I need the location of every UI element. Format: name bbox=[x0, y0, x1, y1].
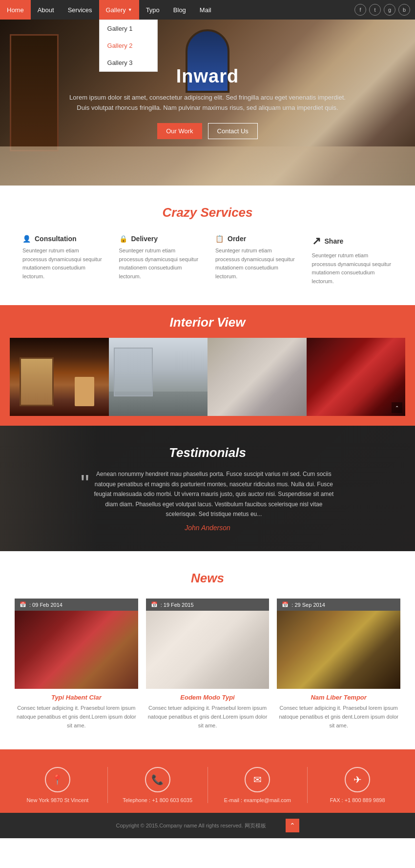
calendar-icon-1: 📅 bbox=[20, 601, 26, 608]
service-share-desc: Seunteger rutrum etiam processus dynamic… bbox=[312, 251, 393, 286]
footer-contact: 📍 New York 9870 St Vincent 📞 Telephone :… bbox=[0, 749, 415, 813]
navbar: Home About Services Gallery ▼ Gallery 1 … bbox=[0, 0, 415, 20]
news-card-1: 📅 : 09 Feb 2014 Typi Habent Clar Consec … bbox=[15, 599, 138, 730]
nav-item-typo[interactable]: Typo bbox=[139, 0, 166, 20]
order-icon: 📋 bbox=[215, 235, 224, 243]
calendar-icon-3: 📅 bbox=[282, 601, 289, 608]
footer-divider-2 bbox=[208, 767, 208, 803]
news-desc-3: Consec tetuer adipicing it. Praesebul lo… bbox=[277, 704, 400, 730]
footer-email-label: E-mail : example@mail.com bbox=[224, 797, 291, 803]
news-card-3: 📅 : 29 Sep 2014 Nam Liber Tempor Consec … bbox=[277, 599, 400, 730]
share-icon: ↗ bbox=[312, 235, 321, 248]
footer-fax: ✈ FAX : +1 800 889 9898 bbox=[310, 767, 405, 803]
testimonials-section: Testimonials " Aenean nonummy hendrerit … bbox=[0, 426, 415, 551]
news-date-2: 📅 : 19 Feb 2015 bbox=[146, 599, 270, 611]
service-order: 📋 Order Seunteger rutrum etiam processus… bbox=[208, 235, 304, 286]
services-title: Crazy Services bbox=[15, 205, 400, 220]
service-share: ↗ Share Seunteger rutrum etiam processus… bbox=[304, 235, 401, 286]
consultation-icon: 👤 bbox=[22, 235, 31, 243]
social-icons: f t g b bbox=[354, 4, 415, 16]
interior-img-3[interactable] bbox=[208, 338, 307, 416]
email-icon: ✉ bbox=[245, 767, 270, 792]
footer-address: 📍 New York 9870 St Vincent bbox=[10, 767, 105, 803]
news-title-2[interactable]: Eodem Modo Typi bbox=[146, 694, 270, 701]
nav-item-mail[interactable]: Mail bbox=[193, 0, 218, 20]
calendar-icon-2: 📅 bbox=[151, 601, 158, 608]
news-date-3: 📅 : 29 Sep 2014 bbox=[277, 599, 400, 611]
news-title-1[interactable]: Typi Habent Clar bbox=[15, 694, 138, 701]
phone-icon: 📞 bbox=[145, 767, 170, 792]
interior-grid: ⌃ bbox=[10, 338, 405, 416]
testimonials-content: Testimonials " Aenean nonummy hendrerit … bbox=[39, 445, 376, 532]
services-grid: 👤 Consultation Seunteger rutrum etiam pr… bbox=[15, 235, 400, 286]
footer-phone-label: Telephone : +1 800 603 6035 bbox=[123, 797, 192, 803]
twitter-icon[interactable]: t bbox=[369, 4, 381, 16]
nav-item-services[interactable]: Services bbox=[61, 0, 99, 20]
interior-img-4[interactable]: ⌃ bbox=[307, 338, 406, 416]
footer-divider-3 bbox=[307, 767, 308, 803]
gallery-3-item[interactable]: Gallery 3 bbox=[100, 54, 157, 71]
interior-section: Interior View ⌃ bbox=[0, 305, 415, 426]
interior-img-1[interactable] bbox=[10, 338, 109, 416]
testimonials-author: John Anderson bbox=[39, 524, 376, 532]
footer-email: ✉ E-mail : example@mail.com bbox=[210, 767, 306, 803]
gallery-label: Gallery bbox=[106, 6, 126, 14]
services-section: Crazy Services 👤 Consultation Seunteger … bbox=[0, 186, 415, 305]
testimonials-quote: Aenean nonummy hendrerit mau phasellus p… bbox=[93, 469, 334, 519]
interior-arrow-icon[interactable]: ⌃ bbox=[392, 402, 402, 413]
news-card-2: 📅 : 19 Feb 2015 Eodem Modo Typi Consec t… bbox=[146, 599, 270, 730]
testimonials-title: Testimonials bbox=[39, 445, 376, 460]
footer-phone: 📞 Telephone : +1 800 603 6035 bbox=[110, 767, 206, 803]
service-order-desc: Seunteger rutrum etiam processus dynamic… bbox=[215, 247, 296, 281]
service-delivery: 🔒 Delivery Seunteger rutrum etiam proces… bbox=[111, 235, 208, 286]
service-consultation-desc: Seunteger rutrum etiam processus dynamic… bbox=[22, 247, 104, 281]
hero-subtitle: Lorem ipsum dolor sit amet, consectetur … bbox=[69, 93, 346, 113]
interior-title: Interior View bbox=[10, 315, 405, 330]
nav-item-home[interactable]: Home bbox=[0, 0, 31, 20]
news-desc-1: Consec tetuer adipicing it. Praesebul lo… bbox=[15, 704, 138, 730]
quote-mark-icon: " bbox=[81, 478, 89, 490]
nav-item-about[interactable]: About bbox=[31, 0, 61, 20]
footer-divider-1 bbox=[107, 767, 108, 803]
news-title: News bbox=[15, 571, 400, 586]
news-title-3[interactable]: Nam Liber Tempor bbox=[277, 694, 400, 701]
nav-item-gallery[interactable]: Gallery ▼ Gallery 1 Gallery 2 Gallery 3 bbox=[99, 0, 139, 20]
service-consultation: 👤 Consultation Seunteger rutrum etiam pr… bbox=[15, 235, 111, 286]
gallery-arrow-icon: ▼ bbox=[128, 7, 132, 12]
news-date-1: 📅 : 09 Feb 2014 bbox=[15, 599, 138, 611]
hero-buttons: Our Work Contact Us bbox=[69, 123, 346, 139]
googleplus-icon[interactable]: g bbox=[384, 4, 395, 16]
footer-bottom: Copyright © 2015.Company name All rights… bbox=[0, 813, 415, 838]
news-image-2 bbox=[146, 611, 270, 689]
behance-icon[interactable]: b bbox=[398, 4, 410, 16]
copyright-text: Copyright © 2015.Company name All rights… bbox=[116, 822, 266, 829]
service-order-name: 📋 Order bbox=[215, 235, 296, 243]
interior-img-2[interactable] bbox=[109, 338, 208, 416]
scroll-to-top-button[interactable]: ⌃ bbox=[286, 819, 299, 832]
hero-section: Inward Lorem ipsum dolor sit amet, conse… bbox=[0, 20, 415, 186]
gallery-2-item[interactable]: Gallery 2 bbox=[100, 37, 157, 54]
nav-item-blog[interactable]: Blog bbox=[166, 0, 193, 20]
news-image-3 bbox=[277, 611, 400, 689]
delivery-icon: 🔒 bbox=[119, 235, 127, 243]
footer-fax-label: FAX : +1 800 889 9898 bbox=[330, 797, 385, 803]
news-image-1 bbox=[15, 611, 138, 689]
our-work-button[interactable]: Our Work bbox=[157, 123, 202, 139]
contact-us-button[interactable]: Contact Us bbox=[208, 123, 258, 139]
service-consultation-name: 👤 Consultation bbox=[22, 235, 104, 243]
news-desc-2: Consec tetuer adipicing it. Praesebul lo… bbox=[146, 704, 270, 730]
gallery-1-item[interactable]: Gallery 1 bbox=[100, 20, 157, 37]
news-grid: 📅 : 09 Feb 2014 Typi Habent Clar Consec … bbox=[15, 599, 400, 730]
service-delivery-name: 🔒 Delivery bbox=[119, 235, 200, 243]
gallery-dropdown: Gallery 1 Gallery 2 Gallery 3 bbox=[99, 20, 158, 72]
location-icon: 📍 bbox=[45, 767, 70, 792]
footer-address-label: New York 9870 St Vincent bbox=[26, 797, 88, 803]
service-delivery-desc: Seunteger rutrum etiam processus dynamic… bbox=[119, 247, 200, 281]
hero-content: Inward Lorem ipsum dolor sit amet, conse… bbox=[30, 66, 385, 139]
news-section: News 📅 : 09 Feb 2014 Typi Habent Clar Co… bbox=[0, 551, 415, 749]
facebook-icon[interactable]: f bbox=[354, 4, 366, 16]
service-share-name: ↗ Share bbox=[312, 235, 393, 248]
fax-icon: ✈ bbox=[345, 767, 370, 792]
